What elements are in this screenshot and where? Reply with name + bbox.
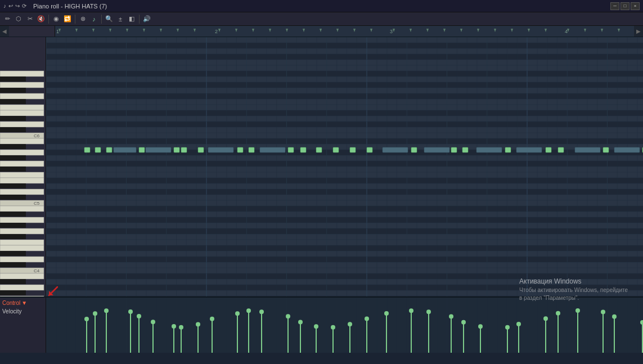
svg-rect-75 <box>0 189 44 195</box>
zoom-select-tool[interactable]: ± <box>115 14 125 24</box>
svg-rect-129 <box>46 206 643 212</box>
control-dropdown[interactable]: Control ▼ <box>2 300 43 306</box>
svg-rect-112 <box>46 110 643 116</box>
svg-rect-253 <box>84 147 90 152</box>
note-grid-container[interactable] <box>46 37 643 296</box>
svg-rect-99 <box>46 37 643 43</box>
loop-icon[interactable]: ⟳ <box>22 3 26 9</box>
svg-point-363 <box>179 325 183 330</box>
svg-rect-53 <box>0 71 44 77</box>
svg-point-409 <box>601 309 605 314</box>
svg-rect-141 <box>46 273 643 279</box>
svg-rect-263 <box>237 147 243 152</box>
zoom-in-tool[interactable]: 🔍 <box>104 14 114 24</box>
svg-point-355 <box>128 309 133 314</box>
svg-rect-74 <box>0 183 26 188</box>
svg-marker-35 <box>601 29 603 32</box>
titlebar: ♪ ↩ ↪ ⟳ Piano roll - HIGH HATS (7) ─ □ × <box>0 0 643 12</box>
svg-point-413 <box>640 320 643 325</box>
svg-rect-66 <box>0 138 44 144</box>
svg-rect-144 <box>46 290 643 296</box>
svg-point-359 <box>151 320 155 324</box>
svg-marker-25 <box>426 29 429 32</box>
svg-point-407 <box>575 308 580 313</box>
svg-point-375 <box>286 314 290 318</box>
svg-rect-113 <box>46 116 643 122</box>
minimize-button[interactable]: ─ <box>610 2 619 10</box>
svg-marker-11 <box>177 29 179 32</box>
svg-rect-92 <box>0 273 44 279</box>
svg-point-353 <box>104 308 109 313</box>
svg-marker-27 <box>460 29 462 32</box>
svg-rect-126 <box>46 189 643 195</box>
cut-tool[interactable]: ✂ <box>25 14 35 24</box>
volume-tool[interactable]: 🔊 <box>142 14 152 24</box>
loop-tool[interactable]: 🔁 <box>62 14 73 24</box>
svg-rect-272 <box>383 147 408 152</box>
svg-rect-96 <box>0 296 44 296</box>
svg-rect-266 <box>288 147 294 152</box>
svg-rect-103 <box>46 60 643 65</box>
svg-rect-260 <box>181 147 187 152</box>
close-button[interactable]: × <box>631 2 640 10</box>
svg-rect-107 <box>46 82 643 88</box>
svg-rect-114 <box>46 122 643 127</box>
svg-point-397 <box>478 324 483 329</box>
svg-marker-7 <box>109 29 111 32</box>
svg-rect-60 <box>0 110 44 116</box>
mute-tool[interactable]: 🔇 <box>36 14 46 24</box>
main-content: ◀ 1 2 3 4 <box>0 26 643 353</box>
undo-icon[interactable]: ↩ <box>8 3 13 9</box>
svg-point-391 <box>426 309 431 314</box>
svg-rect-71 <box>0 167 26 172</box>
svg-rect-276 <box>462 147 468 152</box>
svg-rect-67 <box>0 144 26 149</box>
svg-rect-135 <box>46 240 643 245</box>
svg-rect-81 <box>0 217 44 223</box>
window-controls: ─ □ × <box>610 2 640 10</box>
speaker-tool[interactable]: ♪ <box>89 14 99 24</box>
svg-rect-55 <box>0 82 44 88</box>
velocity-bars[interactable]: ➤ <box>46 298 643 353</box>
svg-point-401 <box>516 322 521 326</box>
record-tool[interactable]: ◉ <box>51 14 61 24</box>
piano-roll-area: C6 <box>0 37 643 296</box>
svg-rect-93 <box>0 279 26 284</box>
svg-rect-258 <box>146 147 171 152</box>
ruler-scroll-left[interactable]: ◀ <box>0 26 9 37</box>
svg-marker-19 <box>320 29 322 32</box>
svg-rect-122 <box>46 167 643 172</box>
svg-rect-108 <box>46 88 643 93</box>
svg-marker-30 <box>511 29 513 32</box>
split-tool[interactable]: ◧ <box>127 14 137 24</box>
svg-text:4: 4 <box>565 29 568 34</box>
svg-rect-256 <box>114 147 136 152</box>
svg-rect-259 <box>174 147 179 152</box>
svg-rect-271 <box>367 147 372 152</box>
svg-rect-140 <box>46 268 643 273</box>
detuned-tool[interactable]: ⊗ <box>78 14 88 24</box>
svg-rect-79 <box>0 206 44 212</box>
redo-icon[interactable]: ↪ <box>15 3 20 9</box>
svg-rect-265 <box>260 147 285 152</box>
svg-rect-109 <box>46 93 643 99</box>
svg-point-379 <box>314 324 318 329</box>
pencil-tool[interactable]: ✏ <box>2 14 12 24</box>
toolbar: ✏ ⬡ ✂ 🔇 ◉ 🔁 ⊗ ♪ 🔍 ± ◧ 🔊 <box>0 12 643 26</box>
select-tool[interactable]: ⬡ <box>14 14 24 24</box>
ruler[interactable]: 1 2 3 4 <box>55 26 634 37</box>
maximize-button[interactable]: □ <box>620 2 629 10</box>
svg-point-365 <box>196 322 200 326</box>
svg-rect-94 <box>0 285 44 290</box>
ruler-scroll-right[interactable]: ▶ <box>634 26 643 37</box>
svg-text:C5: C5 <box>34 201 40 206</box>
svg-rect-84 <box>0 234 26 239</box>
svg-rect-139 <box>46 262 643 268</box>
svg-marker-5 <box>75 29 78 32</box>
svg-rect-116 <box>46 133 643 138</box>
svg-marker-13 <box>218 29 221 32</box>
svg-point-357 <box>137 314 141 318</box>
svg-rect-275 <box>451 147 457 152</box>
svg-point-389 <box>409 308 413 313</box>
svg-rect-95 <box>0 290 26 295</box>
